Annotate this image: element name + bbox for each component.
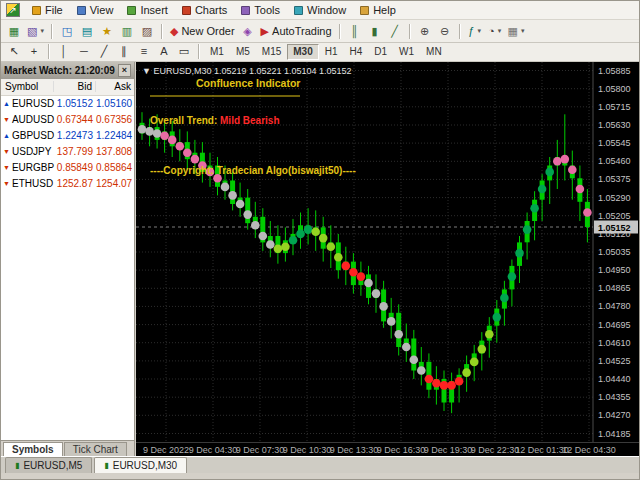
svg-text:1.05800: 1.05800 [598,83,631,93]
periods-button[interactable]: ◔▾ [485,22,505,41]
symbol-name: USDJPY [12,146,54,157]
data-window-button[interactable]: ▤ [77,22,97,41]
timeframe-m1-button[interactable]: M1 [204,44,230,60]
tools-menu-icon [241,6,250,15]
bid-value: 1.22473 [54,130,96,141]
crosshair-icon: + [31,46,37,57]
svg-text:1.05152: 1.05152 [598,222,631,232]
ask-value: 1.22484 [96,130,134,141]
navigator-button[interactable]: ★ [97,22,117,41]
new-order-button[interactable]: ◆New Order [167,22,238,41]
new-chart-button[interactable]: ▦ [4,22,24,41]
market-watch-row-audusd[interactable]: ▼AUDUSD0.673440.67356 [1,112,134,128]
menu-label: View [90,4,114,16]
new-order-icon: ◆ [170,26,178,37]
terminal-button[interactable]: ▥ [117,22,137,41]
vertical-line-button[interactable]: │ [54,42,74,61]
navigator-icon: ★ [102,26,112,37]
metaeditor-icon: ◈ [243,26,251,37]
copyright-text: ----Copyright: Tradecian Algo(biswajit50… [150,165,356,176]
strategy-tester-button[interactable]: ▨ [137,22,157,41]
metaeditor-button[interactable]: ◈ [238,22,258,41]
menu-tools[interactable]: Tools [234,2,287,18]
market-watch-button[interactable]: ◳ [57,22,77,41]
time-axis-label: 9 Dec 19:30 [424,445,473,455]
menu-insert[interactable]: Insert [120,2,175,18]
bid-value: 1.05152 [54,98,96,109]
time-axis-label: 12 Dec 04:30 [562,445,616,455]
market-watch-row-gbpusd[interactable]: ▲GBPUSD1.224731.22484 [1,128,134,144]
menu-file[interactable]: File [25,2,70,18]
time-axis-label: 9 Dec 13:30 [330,445,379,455]
status-strip [1,473,639,479]
toolbar-button-label: New Order [181,25,234,37]
chart-tab-eurusd-m30[interactable]: ▮EURUSD,M30 [94,457,187,473]
candlestick-chart-icon: ▮ [15,461,19,470]
menu-label: File [45,4,63,16]
shapes-button[interactable]: ▭ [174,42,194,61]
horizontal-line-icon: ─ [80,46,88,57]
zoom-in-button[interactable]: ⊕ [415,22,435,41]
price-axis[interactable]: 1.058851.058001.057151.056301.055451.054… [598,65,631,438]
close-icon[interactable]: × [118,64,131,77]
timeframe-h4-button[interactable]: H4 [344,44,369,60]
market-watch-row-eurusd[interactable]: ▲EURUSD1.051521.05160 [1,96,134,112]
chart-canvas[interactable]: 1.058851.058001.057151.056301.055451.054… [136,62,639,442]
horizontal-line-button[interactable]: ─ [74,42,94,61]
market-watch-row-usdjpy[interactable]: ▼USDJPY137.799137.808 [1,144,134,160]
column-symbol[interactable]: Symbol [1,81,54,92]
toolbar-separator [161,24,163,39]
bid-value: 0.85849 [54,162,96,173]
autotrading-button[interactable]: ▶AutoTrading [258,22,335,41]
column-bid[interactable]: Bid [54,81,96,92]
time-axis-label: 9 Dec 16:30 [377,445,426,455]
timeframe-d1-button[interactable]: D1 [368,44,393,60]
menu-help[interactable]: Help [353,2,403,18]
text-button[interactable]: A [154,42,174,61]
bar-chart-button[interactable]: ║ [345,22,365,41]
menu-view[interactable]: View [70,2,121,18]
tab-tick-chart[interactable]: Tick Chart [64,442,127,456]
timeframe-mn-button[interactable]: MN [420,44,448,60]
indicators-button[interactable]: ƒ▾ [465,22,485,41]
crosshair-button[interactable]: + [24,42,44,61]
menu-charts[interactable]: Charts [175,2,234,18]
indicators-icon: ƒ [468,26,474,37]
cursor-button[interactable]: ↖ [4,42,24,61]
svg-text:1.04610: 1.04610 [598,337,631,347]
profiles-button[interactable]: ▧▾ [24,22,47,41]
svg-text:1.05375: 1.05375 [598,174,631,184]
candlestick-chart-button[interactable]: ▮ [365,22,385,41]
ask-value: 1254.07 [96,178,134,189]
market-watch-row-ethusd[interactable]: ▼ETHUSD1252.871254.07 [1,176,134,192]
fibonacci-button[interactable]: ≡ [134,42,154,61]
shapes-icon: ▭ [179,46,189,57]
timeframe-h1-button[interactable]: H1 [319,44,344,60]
timeframe-m30-button[interactable]: M30 [287,44,318,60]
zoom-out-button[interactable]: ⊖ [435,22,455,41]
menu-window[interactable]: Window [287,2,353,18]
channel-button[interactable]: ∥ [114,42,134,61]
channel-icon: ∥ [121,46,127,57]
mt4-window: ↗ FileViewInsertChartsToolsWindowHelp ▦▧… [0,0,640,480]
arrow-down-icon: ▼ [1,180,12,187]
time-axis[interactable]: 9 Dec 20229 Dec 04:309 Dec 07:309 Dec 10… [136,442,639,456]
tab-symbols[interactable]: Symbols [3,442,63,456]
market-watch-tabs: SymbolsTick Chart [1,440,134,456]
toolbar-separator [51,24,53,39]
timeframe-m5-button[interactable]: M5 [230,44,256,60]
bid-value: 1252.87 [54,178,96,189]
insert-menu-icon [127,6,136,15]
svg-text:1.04525: 1.04525 [598,356,631,366]
column-ask[interactable]: Ask [96,81,134,92]
line-chart-button[interactable]: ╱ [385,22,405,41]
market-watch-row-eurgbp[interactable]: ▼EURGBP0.858490.85864 [1,160,134,176]
chart-tab-label: EURUSD,M30 [113,460,177,471]
chart-area: 1.058851.058001.057151.056301.055451.054… [136,62,639,456]
timeframe-m15-button[interactable]: M15 [256,44,287,60]
ask-value: 137.808 [96,146,134,157]
templates-button[interactable]: ▦▾ [505,22,528,41]
timeframe-w1-button[interactable]: W1 [393,44,420,60]
trendline-button[interactable]: ╱ [94,42,114,61]
chart-tab-eurusd-m5[interactable]: ▮EURUSD,M5 [5,457,92,473]
